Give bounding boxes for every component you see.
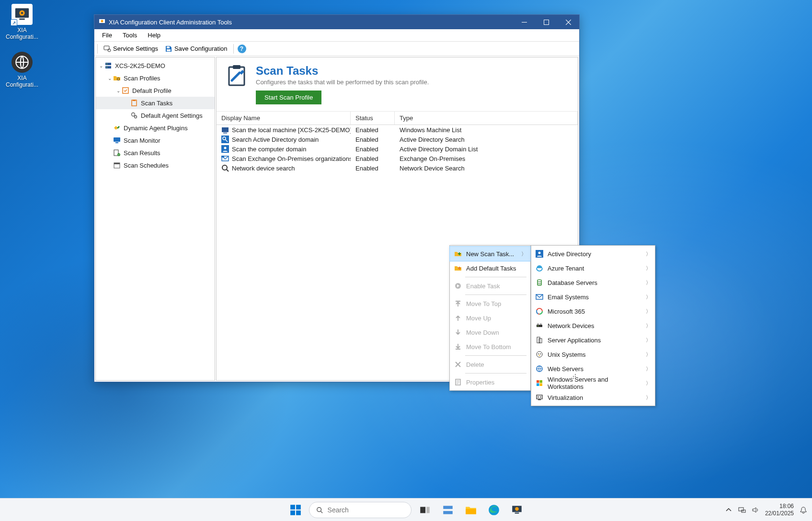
svg-point-23 — [135, 116, 137, 118]
context-subitem-azure-tenant[interactable]: Azure Tenant〉 — [531, 261, 655, 275]
titlebar[interactable]: XIA Configuration Client Administration … — [94, 15, 579, 29]
server-manager-button[interactable] — [438, 500, 457, 520]
navigation-tree[interactable]: ⌄ XCS-2K25-DEMO ⌄ Scan Profiles ⌄ Defaul… — [95, 57, 215, 381]
question-icon: ? — [240, 45, 243, 52]
menu-file[interactable]: File — [97, 30, 117, 40]
start-button[interactable] — [286, 500, 305, 520]
menu-help[interactable]: Help — [143, 30, 165, 40]
context-subitem-database-servers[interactable]: Database Servers〉 — [531, 275, 655, 290]
context-item-icon — [454, 360, 462, 369]
app-titlebar-icon — [98, 18, 106, 26]
context-subitem-unix-systems[interactable]: Unix Systems〉 — [531, 347, 655, 362]
file-explorer-button[interactable] — [461, 500, 480, 520]
table-row[interactable]: Network device searchEnabledNetwork Devi… — [217, 163, 578, 173]
search-input[interactable] — [327, 506, 404, 514]
context-subitem-windows-servers-and-workstations[interactable]: Windows Servers and Workstations〉 — [531, 376, 655, 390]
tree-node-default-profile[interactable]: ⌄ Default Profile — [96, 84, 215, 97]
tree-node-default-agent-settings[interactable]: Default Agent Settings — [96, 109, 215, 122]
svg-rect-79 — [515, 512, 519, 513]
context-subitem-label: Microsoft 365 — [548, 308, 642, 315]
tree-node-scan-results[interactable]: Scan Results — [96, 147, 215, 159]
chevron-right-icon: 〉 — [646, 265, 651, 272]
column-header-status[interactable]: Status — [351, 112, 395, 125]
clock[interactable]: 18:06 22/01/2025 — [765, 503, 794, 517]
svg-point-50 — [538, 326, 538, 327]
cell-status: Enabled — [351, 136, 395, 143]
context-submenu: Active Directory〉Azure Tenant〉Database S… — [531, 245, 655, 406]
svg-rect-64 — [538, 396, 539, 398]
taskbar-search[interactable] — [309, 502, 412, 518]
context-item-icon — [454, 264, 462, 272]
svg-rect-15 — [105, 66, 111, 68]
tree-label: Default Agent Settings — [141, 112, 203, 119]
desktop-icon-xia-web[interactable]: XIA Configurati... — [4, 52, 40, 88]
context-subitem-active-directory[interactable]: Active Directory〉 — [531, 247, 655, 261]
help-button[interactable]: ? — [238, 45, 246, 53]
context-item-add-default-tasks[interactable]: Add Default Tasks — [450, 261, 530, 275]
svg-rect-32 — [222, 127, 229, 132]
cell-status: Enabled — [351, 126, 395, 134]
cell-status: Enabled — [351, 146, 395, 153]
tree-label: Scan Profiles — [124, 75, 160, 82]
chevron-right-icon: 〉 — [646, 250, 651, 258]
gears-icon — [130, 112, 138, 119]
edge-browser-button[interactable] — [484, 500, 503, 520]
notifications-icon[interactable] — [800, 506, 807, 514]
minimize-button[interactable] — [513, 15, 535, 29]
tree-node-scan-schedules[interactable]: Scan Schedules — [96, 159, 215, 171]
app-icon: ↗ — [11, 4, 33, 25]
menu-tools[interactable]: Tools — [118, 30, 142, 40]
row-icon — [221, 126, 229, 134]
context-subitem-network-devices[interactable]: Network Devices〉 — [531, 318, 655, 333]
desktop-icon-label: XIA Configurati... — [4, 75, 40, 88]
column-header-display-name[interactable]: Display Name — [217, 112, 351, 125]
tree-node-scan-tasks[interactable]: Scan Tasks — [96, 97, 215, 109]
network-icon[interactable] — [738, 506, 746, 514]
cell-type: Active Directory Search — [395, 136, 578, 143]
xia-app-taskbar-button[interactable] — [507, 500, 526, 520]
desktop-icon-xia-client[interactable]: ↗ XIA Configurati... — [4, 4, 40, 40]
grid-header: Display Name Status Type — [217, 112, 578, 125]
context-item-new-scan-task[interactable]: New Scan Task...〉 — [450, 247, 530, 261]
table-row[interactable]: Scan the local machine [XCS-2K25-DEMO]En… — [217, 125, 578, 135]
tree-node-root[interactable]: ⌄ XCS-2K25-DEMO — [96, 59, 215, 72]
service-settings-button[interactable]: Service Settings — [102, 44, 160, 54]
collapse-icon[interactable]: ⌄ — [115, 88, 122, 93]
svg-rect-74 — [443, 511, 453, 514]
cell-type: Exchange On-Premises — [395, 155, 578, 162]
svg-rect-59 — [540, 380, 543, 383]
table-row[interactable]: Search Active Directory domainEnabledAct… — [217, 135, 578, 144]
column-header-type[interactable]: Type — [395, 112, 578, 125]
cell-status: Enabled — [351, 165, 395, 172]
table-row[interactable]: Scan Exchange On-Premises organizationsE… — [217, 154, 578, 163]
tree-label: Scan Schedules — [124, 162, 169, 169]
close-button[interactable] — [557, 15, 579, 29]
task-view-button[interactable] — [415, 500, 435, 520]
page-subtitle: Configures the tasks that will be perfor… — [256, 79, 429, 86]
cell-display-name: Network device search — [232, 165, 295, 172]
chevron-up-icon[interactable] — [725, 506, 732, 514]
context-subitem-web-servers[interactable]: Web Servers〉 — [531, 362, 655, 376]
collapse-icon[interactable]: ⌄ — [106, 76, 113, 81]
results-icon — [113, 149, 121, 157]
svg-rect-75 — [466, 509, 476, 514]
table-row[interactable]: Scan the computer domainEnabledActive Di… — [217, 144, 578, 154]
tree-node-scan-monitor[interactable]: Scan Monitor — [96, 134, 215, 147]
context-item-label: Add Default Tasks — [466, 265, 526, 272]
context-subitem-virtualization[interactable]: Virtualization〉 — [531, 390, 655, 405]
save-configuration-button[interactable]: Save Configuration — [163, 44, 229, 54]
context-subitem-email-systems[interactable]: Email Systems〉 — [531, 290, 655, 304]
svg-rect-73 — [443, 506, 453, 509]
start-scan-profile-button[interactable]: Start Scan Profile — [256, 91, 321, 104]
context-subitem-label: Network Devices — [548, 322, 642, 329]
sound-icon[interactable] — [752, 506, 759, 514]
resize-grip-icon[interactable] — [570, 373, 577, 379]
collapse-icon[interactable]: ⌄ — [98, 63, 104, 68]
tree-node-scan-profiles[interactable]: ⌄ Scan Profiles — [96, 72, 215, 84]
context-subitem-server-applications[interactable]: Server Applications〉 — [531, 333, 655, 347]
maximize-button[interactable] — [535, 15, 557, 29]
context-subitem-microsoft-365[interactable]: Microsoft 365〉 — [531, 304, 655, 318]
cell-display-name: Scan the local machine [XCS-2K25-DEMO] — [232, 126, 351, 134]
svg-rect-71 — [420, 507, 425, 513]
tree-node-dynamic-agent-plugins[interactable]: Dynamic Agent Plugins — [96, 122, 215, 134]
